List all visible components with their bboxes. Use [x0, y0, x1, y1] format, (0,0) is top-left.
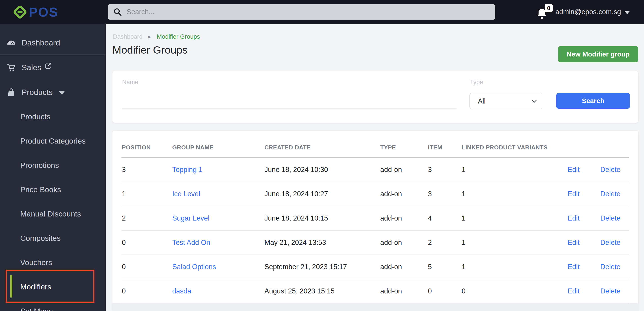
group-name-link[interactable]: Sugar Level — [172, 214, 209, 222]
sidebar-subitem-composites[interactable]: Composites — [0, 228, 106, 248]
cell-item: 4 — [428, 206, 461, 230]
type-filter-select-wrap: All — [470, 93, 542, 109]
topbar-user-area: 0 admin@epos.com.sg — [537, 0, 630, 24]
delete-link[interactable]: Delete — [600, 214, 620, 222]
sidebar-subitem-promotions[interactable]: Promotions — [0, 155, 106, 175]
delete-link[interactable]: Delete — [600, 238, 620, 246]
table-row: 2 Sugar Level June 18, 2024 10:15 add-on… — [122, 206, 629, 230]
breadcrumb-current[interactable]: Modifier Groups — [157, 33, 200, 40]
edit-link[interactable]: Edit — [568, 214, 580, 222]
cell-position: 0 — [122, 255, 172, 279]
epos-logo-text: POS — [29, 5, 58, 20]
cell-created-date: June 18, 2024 10:15 — [264, 206, 380, 230]
gauge-icon — [7, 40, 16, 45]
group-name-link[interactable]: Ice Level — [172, 190, 200, 198]
delete-link[interactable]: Delete — [600, 166, 620, 173]
cell-linked: 1 — [461, 230, 556, 255]
group-name-link[interactable]: Salad Options — [172, 263, 216, 271]
sidebar-item-dashboard[interactable]: Dashboard — [0, 33, 106, 53]
table-row: 3 Topping 1 June 18, 2024 10:30 add-on 3… — [122, 158, 629, 182]
table-row: 0 Test Add On May 21, 2024 13:53 add-on … — [122, 230, 629, 255]
sidebar-subitem-products[interactable]: Products — [0, 107, 106, 126]
subitem-label: Price Books — [20, 185, 61, 194]
search-button[interactable]: Search — [556, 93, 630, 109]
epos-logo[interactable]: POS — [12, 5, 58, 20]
edit-link[interactable]: Edit — [568, 166, 580, 173]
cell-item: 2 — [428, 230, 461, 255]
sidebar-divider — [0, 55, 106, 55]
delete-link[interactable]: Delete — [600, 263, 620, 271]
delete-link[interactable]: Delete — [600, 190, 620, 198]
caret-down-icon — [625, 11, 630, 14]
edit-link[interactable]: Edit — [568, 287, 580, 295]
sidebar-item-label: Sales — [22, 63, 41, 72]
cell-linked: 1 — [461, 158, 556, 182]
breadcrumb-dashboard-link[interactable]: Dashboard — [113, 33, 142, 40]
cell-item: 3 — [428, 158, 461, 182]
subitem-label: Set Menu — [20, 307, 53, 311]
name-filter-input[interactable] — [122, 94, 456, 109]
edit-link[interactable]: Edit — [568, 238, 580, 246]
sidebar-item-sales[interactable]: Sales — [0, 58, 106, 77]
subitem-label: Vouchers — [20, 258, 52, 267]
group-name-link[interactable]: Topping 1 — [172, 166, 202, 173]
table-bottom-band — [112, 303, 638, 311]
table-row: 0 dasda August 25, 2023 15:15 add-on 0 0… — [122, 279, 629, 303]
cell-linked: 0 — [461, 279, 556, 303]
sidebar-item-label: Products — [22, 88, 52, 97]
cell-type: add-on — [380, 182, 428, 206]
column-header-created-date: CREATED DATE — [264, 131, 380, 158]
column-header-linked-product-variants: LINKED PRODUCT VARIANTS — [461, 131, 556, 158]
epos-logo-icon — [12, 5, 28, 20]
modifier-groups-table-card: POSITION GROUP NAME CREATED DATE TYPE IT… — [112, 131, 638, 311]
cell-linked: 1 — [461, 182, 556, 206]
cell-position: 0 — [122, 279, 172, 303]
sidebar-subitem-price-books[interactable]: Price Books — [0, 180, 106, 199]
global-search-bar[interactable] — [108, 4, 495, 20]
subitem-label: Promotions — [20, 161, 59, 170]
cell-item: 0 — [428, 279, 461, 303]
cell-item: 5 — [428, 255, 461, 279]
sidebar-subitem-modifiers[interactable]: Modifiers — [0, 277, 106, 296]
user-email-dropdown[interactable]: admin@epos.com.sg — [556, 8, 621, 16]
filter-card: Name Type All Search — [112, 71, 638, 123]
edit-link[interactable]: Edit — [568, 190, 580, 198]
new-modifier-group-button[interactable]: New Modifier group — [558, 46, 638, 62]
active-item-indicator-bar — [10, 275, 12, 297]
column-header-position: POSITION — [122, 131, 172, 158]
cell-type: add-on — [380, 279, 428, 303]
subitem-label: Composites — [20, 234, 61, 243]
cell-created-date: June 18, 2024 10:27 — [264, 182, 380, 206]
group-name-link[interactable]: Test Add On — [172, 238, 210, 246]
sidebar-subitem-vouchers[interactable]: Vouchers — [0, 252, 106, 272]
sidebar-item-label: Dashboard — [22, 38, 60, 47]
cell-created-date: September 21, 2023 15:17 — [264, 255, 380, 279]
edit-link[interactable]: Edit — [568, 263, 580, 271]
cell-type: add-on — [380, 230, 428, 255]
cell-item: 3 — [428, 182, 461, 206]
sidebar-subitem-set-menu[interactable]: Set Menu — [0, 301, 106, 311]
breadcrumb: Dashboard ▸ Modifier Groups — [113, 33, 200, 40]
subitem-label: Product Categories — [20, 137, 86, 145]
sidebar-item-products[interactable]: Products — [0, 82, 106, 102]
table-row: 0 Salad Options September 21, 2023 15:17… — [122, 255, 629, 279]
search-icon — [113, 8, 122, 17]
modifier-groups-table: POSITION GROUP NAME CREATED DATE TYPE IT… — [122, 131, 629, 303]
cell-created-date: June 18, 2024 10:30 — [264, 158, 380, 182]
column-header-type: TYPE — [380, 131, 428, 158]
table-row: 1 Ice Level June 18, 2024 10:27 add-on 3… — [122, 182, 629, 206]
table-header-row: POSITION GROUP NAME CREATED DATE TYPE IT… — [122, 131, 629, 158]
global-search-input[interactable] — [126, 8, 490, 16]
delete-link[interactable]: Delete — [600, 287, 620, 295]
type-filter-select[interactable]: All — [470, 93, 542, 109]
group-name-link[interactable]: dasda — [172, 287, 191, 295]
notifications-button[interactable]: 0 — [537, 5, 548, 19]
sidebar-subitem-manual-discounts[interactable]: Manual Discounts — [0, 204, 106, 224]
subitem-label: Products — [20, 112, 50, 121]
column-header-group-name: GROUP NAME — [172, 131, 264, 158]
subitem-label: Manual Discounts — [20, 209, 81, 218]
name-filter-label: Name — [122, 79, 138, 86]
sidebar-subitem-product-categories[interactable]: Product Categories — [0, 131, 106, 151]
shopping-bag-icon — [7, 88, 16, 97]
type-filter-label: Type — [470, 79, 483, 86]
